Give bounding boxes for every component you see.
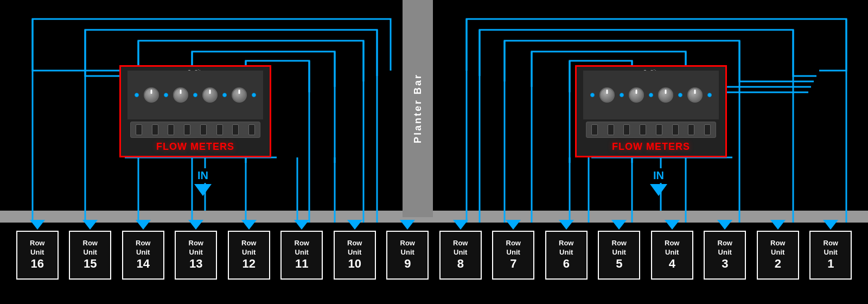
flow-meter-image-left <box>127 71 263 119</box>
port-6 <box>216 124 223 135</box>
row-unit-label-4: RowUnit <box>665 239 679 257</box>
row-unit-box-7: RowUnit 7 <box>492 231 534 280</box>
in-text-left: IN <box>194 168 212 183</box>
row-unit-number-11: 11 <box>295 257 308 270</box>
flow-meter-right: ⊕nSite FLOW METERS <box>575 65 727 157</box>
row-unit-arrow-2 <box>770 220 786 230</box>
tube-connector-r3 <box>649 93 653 97</box>
row-unit-label-6: RowUnit <box>559 239 573 257</box>
row-unit-5: RowUnit 5 <box>597 220 641 280</box>
row-unit-label-8: RowUnit <box>453 239 468 257</box>
row-unit-number-7: 7 <box>510 257 516 270</box>
row-unit-arrow-3 <box>717 220 732 230</box>
tube-connector-3 <box>193 93 197 97</box>
flow-meter-knob-2 <box>173 87 188 103</box>
row-unit-13: RowUnit 13 <box>174 220 218 280</box>
row-unit-label-12: RowUnit <box>241 239 256 257</box>
port-2 <box>152 124 158 135</box>
port-r5 <box>656 124 662 135</box>
flow-meter-label-right: FLOW METERS <box>612 141 690 153</box>
row-unit-15: RowUnit 15 <box>68 220 112 280</box>
port-r3 <box>623 124 630 135</box>
planter-bar-text: Planter Bar <box>412 73 424 143</box>
row-unit-arrow-14 <box>136 220 151 230</box>
port-r7 <box>688 124 694 135</box>
row-unit-box-3: RowUnit 3 <box>704 231 746 280</box>
tube-connector-r4 <box>678 93 682 97</box>
row-unit-label-5: RowUnit <box>612 239 627 257</box>
row-unit-16: RowUnit 16 <box>15 220 60 280</box>
row-unit-arrow-10 <box>347 220 362 230</box>
in-text-right: IN <box>650 168 667 183</box>
tube-connector-r1 <box>590 93 595 97</box>
row-unit-7: RowUnit 7 <box>491 220 535 280</box>
flow-meter-knob-1 <box>144 87 159 103</box>
row-unit-2: RowUnit 2 <box>756 220 800 280</box>
row-unit-4: RowUnit 4 <box>650 220 694 280</box>
tube-connector-r5 <box>707 93 712 97</box>
row-unit-label-14: RowUnit <box>136 239 150 257</box>
row-unit-arrow-9 <box>400 220 415 230</box>
port-r4 <box>640 124 646 135</box>
row-unit-number-4: 4 <box>669 257 675 270</box>
row-unit-number-10: 10 <box>348 257 361 270</box>
row-unit-14: RowUnit 14 <box>121 220 165 280</box>
row-unit-12: RowUnit 12 <box>227 220 271 280</box>
row-unit-box-2: RowUnit 2 <box>757 231 799 280</box>
row-unit-number-6: 6 <box>563 257 570 270</box>
row-unit-box-13: RowUnit 13 <box>175 231 217 280</box>
row-unit-box-14: RowUnit 14 <box>122 231 164 280</box>
row-unit-label-3: RowUnit <box>718 239 732 257</box>
row-unit-number-16: 16 <box>31 257 44 270</box>
row-unit-label-15: RowUnit <box>83 239 98 257</box>
tube-connector-2 <box>164 93 168 97</box>
row-unit-label-13: RowUnit <box>189 239 203 257</box>
port-4 <box>184 124 190 135</box>
flow-meter-label-left: FLOW METERS <box>156 141 234 153</box>
flow-meter-knob-r3 <box>658 87 673 103</box>
row-unit-number-3: 3 <box>722 257 728 270</box>
tube-connector-r2 <box>620 93 624 97</box>
row-unit-3: RowUnit 3 <box>703 220 747 280</box>
flow-meter-knob-r1 <box>599 87 615 103</box>
row-unit-9: RowUnit 9 <box>385 220 430 280</box>
planter-bar-label: Planter Bar <box>403 0 433 217</box>
port-1 <box>136 124 142 135</box>
row-unit-arrow-16 <box>30 220 45 230</box>
row-unit-box-4: RowUnit 4 <box>651 231 693 280</box>
row-unit-label-16: RowUnit <box>30 239 44 257</box>
row-unit-arrow-15 <box>82 220 98 230</box>
row-unit-number-13: 13 <box>189 257 202 270</box>
port-3 <box>168 124 174 135</box>
row-unit-label-7: RowUnit <box>506 239 521 257</box>
flow-meter-knob-r4 <box>687 87 703 103</box>
in-label-left: IN <box>194 168 212 196</box>
flow-meter-knob-r2 <box>629 87 644 103</box>
in-arrow-right <box>650 184 667 196</box>
row-unit-number-1: 1 <box>827 257 834 270</box>
in-arrow-left <box>194 184 212 196</box>
tube-connector-4 <box>222 93 227 97</box>
row-unit-arrow-8 <box>453 220 468 230</box>
row-unit-arrow-13 <box>188 220 203 230</box>
port-r6 <box>672 124 679 135</box>
tube-connector-1 <box>135 93 139 97</box>
row-unit-number-5: 5 <box>616 257 622 270</box>
manifold-right <box>586 122 716 138</box>
row-unit-number-14: 14 <box>137 257 150 270</box>
row-unit-box-12: RowUnit 12 <box>228 231 270 280</box>
in-label-right: IN <box>650 168 667 196</box>
row-unit-label-9: RowUnit <box>400 239 415 257</box>
port-r2 <box>608 124 614 135</box>
port-5 <box>200 124 207 135</box>
row-unit-box-15: RowUnit 15 <box>69 231 111 280</box>
row-unit-box-11: RowUnit 11 <box>280 231 323 280</box>
flow-meter-knob-4 <box>232 87 247 103</box>
row-unit-arrow-1 <box>823 220 838 230</box>
port-8 <box>248 124 255 135</box>
row-unit-11: RowUnit 11 <box>279 220 324 280</box>
row-unit-arrow-6 <box>559 220 574 230</box>
tube-connector-5 <box>252 93 256 97</box>
row-unit-box-6: RowUnit 6 <box>545 231 588 280</box>
row-unit-8: RowUnit 8 <box>438 220 483 280</box>
